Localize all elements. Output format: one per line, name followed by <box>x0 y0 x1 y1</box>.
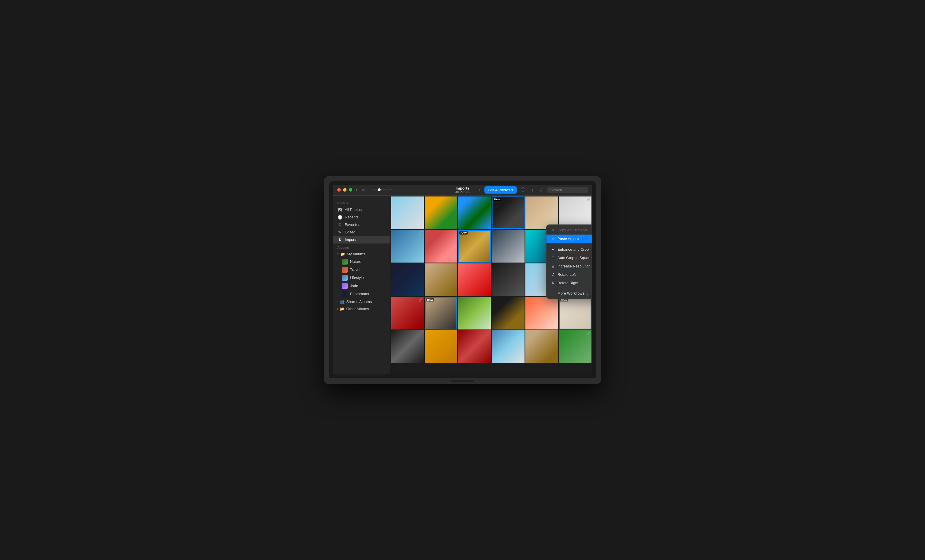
info-button[interactable]: ⓘ <box>519 186 527 194</box>
photo-cell[interactable] <box>425 230 457 262</box>
shared-albums-icon: 👥 <box>340 300 345 304</box>
ctx-rotate-left[interactable]: ↺ Rotate Left <box>547 270 592 279</box>
edited-icon: ✎ <box>337 230 342 235</box>
sidebar-item-travel[interactable]: Travel <box>333 266 390 274</box>
edit-photos-label: Edit 4 Photos <box>488 188 510 192</box>
photo-cell[interactable] <box>391 196 424 229</box>
other-albums-label: Other Albums <box>346 307 369 311</box>
photo-cell[interactable] <box>425 196 457 229</box>
sidebar-item-my-albums[interactable]: ▾ 📁 My Albums <box>333 250 390 257</box>
sidebar-item-photomator[interactable]: Photomator <box>333 290 390 298</box>
maximize-button[interactable] <box>349 188 352 191</box>
ctx-more-workflows[interactable]: More Workflows… <box>547 289 592 298</box>
sidebar-item-favorites[interactable]: ♡ Favorites <box>333 221 390 229</box>
zoom-plus-icon[interactable]: + <box>390 188 392 192</box>
photo-cell[interactable] <box>526 196 558 229</box>
album-title: Imports <box>455 186 470 190</box>
ctx-enhance-crop[interactable]: ✦ Enhance and Crop <box>547 245 592 254</box>
zoom-slider[interactable] <box>372 190 389 190</box>
sidebar-item-jade[interactable]: Jade <box>333 282 390 290</box>
sidebar-item-label: Favorites <box>345 223 360 227</box>
raw-badge: RAW <box>493 198 501 201</box>
enhance-icon: ✦ <box>550 247 555 251</box>
photo-cell[interactable]: 🔗 <box>391 297 424 330</box>
photo-cell[interactable] <box>458 196 491 229</box>
photo-cell[interactable] <box>492 330 524 363</box>
ctx-auto-crop[interactable]: ⊡ Auto Crop to Square <box>547 254 592 262</box>
link-badge: 🔗 <box>419 298 423 302</box>
photo-cell[interactable]: 🔗 <box>559 196 592 229</box>
photo-cell[interactable] <box>425 330 457 363</box>
screen-bezel: ‹ ⟳ − + Imports 40 Photos + Edit 4 P <box>329 181 596 378</box>
traffic-lights <box>337 188 352 191</box>
sidebar-item-nature[interactable]: Nature <box>333 257 390 266</box>
folder-icon: 📁 <box>340 252 345 256</box>
auto-crop-icon: ⊡ <box>550 256 555 260</box>
ctx-separator-1 <box>547 244 592 244</box>
sidebar-item-recents[interactable]: 🕐 Recents <box>333 214 390 221</box>
back-button[interactable]: ‹ <box>355 187 359 193</box>
sidebar-item-all-photos[interactable]: 🖼 All Photos <box>333 206 390 214</box>
photo-cell[interactable] <box>526 330 558 363</box>
edit-photos-chevron: ▾ <box>511 188 513 192</box>
ctx-increase-resolution[interactable]: ⊞ Increase Resolution <box>547 262 592 270</box>
titlebar-controls: + Edit 4 Photos ▾ ⓘ ↑ ♡ <box>477 186 588 194</box>
rotate-icon[interactable]: ⟳ <box>361 187 366 193</box>
add-button[interactable]: + <box>477 187 482 193</box>
jade-thumb <box>342 283 348 289</box>
link-badge: 🔗 <box>586 198 590 202</box>
context-menu: ⧉ Copy Adjustments ⧈ Paste Adjustments ✦… <box>546 224 592 299</box>
photo-cell[interactable] <box>458 330 491 363</box>
search-input[interactable] <box>547 187 588 193</box>
paste-icon: ⧈ <box>550 236 555 241</box>
photo-cell[interactable]: RAW <box>559 297 592 330</box>
photo-cell[interactable] <box>391 330 424 363</box>
photo-cell[interactable]: RAW <box>458 230 491 262</box>
other-albums-icon: 📂 <box>340 307 345 311</box>
close-button[interactable] <box>337 188 341 191</box>
laptop: ‹ ⟳ − + Imports 40 Photos + Edit 4 P <box>324 176 601 384</box>
photomator-label: Photomator <box>350 292 369 296</box>
albums-section-label: Albums <box>333 244 390 250</box>
photo-cell[interactable]: RAW <box>492 196 524 229</box>
travel-label: Travel <box>350 268 360 272</box>
ctx-auto-crop-label: Auto Crop to Square <box>557 256 592 260</box>
photo-cell[interactable]: 🔗 <box>391 230 424 262</box>
photo-cell[interactable] <box>492 230 524 262</box>
sidebar-item-edited[interactable]: ✎ Edited <box>333 229 390 236</box>
photos-section-label: Photos <box>333 199 390 206</box>
photo-cell[interactable] <box>526 297 558 330</box>
minimize-button[interactable] <box>343 188 346 191</box>
sidebar-item-imports[interactable]: ⬇ Imports <box>333 236 390 244</box>
laptop-notch <box>451 380 474 382</box>
share-button[interactable]: ↑ <box>529 186 535 194</box>
photo-cell[interactable]: 🔗 <box>559 330 592 363</box>
photo-cell[interactable]: RAW <box>425 297 457 330</box>
photo-cell[interactable] <box>458 297 491 330</box>
main-content: Photos 🖼 All Photos 🕐 Recents ♡ Favorite… <box>333 196 592 375</box>
photo-cell[interactable] <box>425 263 457 296</box>
photo-cell[interactable] <box>492 263 524 296</box>
ctx-rotate-right[interactable]: ↻ Rotate Right <box>547 279 592 287</box>
zoom-control: − + <box>368 188 392 192</box>
photo-cell[interactable] <box>458 263 491 296</box>
sidebar-item-other-albums[interactable]: › 📂 Other Albums <box>333 305 390 312</box>
album-subtitle: 40 Photos <box>455 190 470 194</box>
ctx-separator-2 <box>547 288 592 288</box>
ctx-paste-adjustments[interactable]: ⧈ Paste Adjustments <box>547 235 592 243</box>
ctx-paste-label: Paste Adjustments <box>557 236 589 241</box>
sidebar-item-label: Imports <box>345 238 357 242</box>
titlebar: ‹ ⟳ − + Imports 40 Photos + Edit 4 P <box>333 185 592 196</box>
screen: ‹ ⟳ − + Imports 40 Photos + Edit 4 P <box>333 185 592 375</box>
chevron-right-other-icon: › <box>337 307 338 310</box>
photo-cell[interactable] <box>391 263 424 296</box>
photo-cell[interactable] <box>492 297 524 330</box>
rotate-left-icon: ↺ <box>550 272 555 277</box>
sidebar-item-shared-albums[interactable]: › 👥 Shared Albums <box>333 298 390 305</box>
favorite-button[interactable]: ♡ <box>538 186 545 194</box>
edit-photos-button[interactable]: Edit 4 Photos ▾ <box>484 187 517 194</box>
ctx-copy-adjustments: ⧉ Copy Adjustments <box>547 226 592 235</box>
sidebar-item-lifestyle[interactable]: Lifestyle <box>333 274 390 282</box>
raw-badge: RAW <box>426 298 434 301</box>
zoom-minus-icon[interactable]: − <box>368 188 371 192</box>
